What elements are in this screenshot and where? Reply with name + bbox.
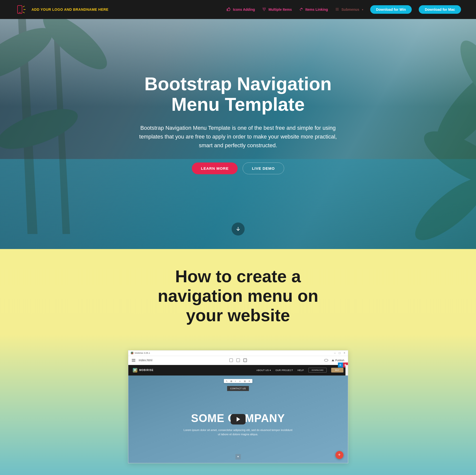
upload-icon [332, 359, 334, 361]
navbar-right: Icons Adding Multiple Items Items Linkin… [226, 5, 461, 14]
preview-scrollbar [345, 365, 348, 376]
app-icon [131, 352, 133, 354]
stage-contact-label: CONTACT US [227, 386, 249, 391]
tablet-preview-icon [236, 358, 240, 362]
play-button[interactable] [231, 414, 246, 424]
nav-link-icons-adding[interactable]: Icons Adding [226, 7, 255, 12]
tool-icon: + [235, 380, 237, 382]
app-version-text: Mobirise 3.05.1 [135, 352, 150, 354]
download-win-button[interactable]: Download for Win [370, 5, 412, 14]
howto-title: How to create a navigation menu on your … [148, 266, 328, 325]
palm-left-decoration [0, 19, 118, 234]
navbar-left: ADD YOUR LOGO AND BRANDNAME HERE [15, 4, 109, 14]
svg-point-17 [417, 121, 476, 197]
svg-point-18 [407, 168, 476, 249]
scroll-down-button[interactable] [232, 222, 245, 236]
tool-icon: ✿ [230, 380, 232, 382]
mobile-preview-icon [229, 358, 233, 362]
tool-icon: ⊞ [244, 380, 246, 382]
svg-point-19 [453, 35, 476, 108]
svg-line-4 [23, 12, 25, 13]
howto-section: How to create a navigation menu on your … [0, 249, 476, 475]
minimize-icon: – [334, 351, 336, 355]
bulb-icon [262, 7, 266, 12]
nav-link-label: Submenus [341, 8, 359, 12]
hero-content: Bootstrap Navigation Menu Template Boots… [123, 74, 353, 174]
mobirise-logo-icon: M [133, 368, 137, 372]
stage-subtitle: Lorem ipsum dolor sit amet, consectetur … [183, 428, 293, 436]
editor-toolbar: index.html Publish [128, 356, 348, 365]
tool-icon: ≡ [239, 380, 241, 382]
list-icon [335, 7, 339, 12]
tool-icon: ✕ [248, 380, 250, 382]
preview-download-button: DOWNLOAD [308, 368, 327, 372]
nav-link-label: Multiple Items [268, 8, 292, 12]
nav-link-label: Items Linking [305, 8, 328, 12]
add-block-fab: + [335, 451, 343, 459]
main-navbar: ADD YOUR LOGO AND BRANDNAME HERE Icons A… [0, 0, 476, 19]
arrow-down-icon [235, 226, 241, 232]
video-thumbnail[interactable]: Mobirise 3.05.1 – □ × index.html [128, 350, 348, 463]
hero-description: Bootstrap Navigation Menu Template is on… [133, 124, 343, 150]
preview-nav-about: ABOUT US ▾ [256, 369, 271, 372]
file-name: index.html [139, 358, 153, 362]
hamburger-icon [132, 359, 135, 362]
device-preview-toggles [229, 358, 247, 362]
publish-button: Publish [332, 359, 344, 362]
preview-stage: ↖ ✿ + ≡ ⊞ ✕ CONTACT US SOME COMPANY Lore… [128, 376, 348, 463]
nav-link-multiple-items[interactable]: Multiple Items [262, 7, 292, 12]
svg-line-2 [23, 6, 25, 7]
preview-nav-help: HELP [297, 369, 304, 372]
element-toolbar: ↖ ✿ + ≡ ⊞ ✕ [224, 379, 252, 383]
stage-scroll-down-icon [235, 454, 241, 460]
maximize-icon: □ [339, 351, 340, 355]
hero-section: Bootstrap Navigation Menu Template Boots… [0, 19, 476, 249]
nav-link-submenus[interactable]: Submenus ▾ [335, 7, 363, 12]
preview-icon [324, 359, 328, 362]
hero-buttons: LEARN MORE LIVE DEMO [133, 162, 343, 174]
svg-line-8 [263, 8, 263, 8]
thumbs-up-icon [226, 7, 231, 12]
svg-point-13 [0, 19, 59, 90]
svg-point-15 [0, 101, 83, 157]
tool-icon: ↖ [226, 380, 228, 382]
svg-point-14 [36, 19, 115, 78]
preview-buy-button: BUY [331, 368, 343, 372]
learn-more-button[interactable]: LEARN MORE [192, 162, 238, 174]
app-titlebar: Mobirise 3.05.1 – □ × [128, 350, 348, 356]
preview-brand: MOBIRISE [139, 369, 154, 372]
nav-link-label: Icons Adding [233, 8, 255, 12]
window-controls: – □ × [334, 351, 345, 355]
desktop-preview-icon [243, 358, 247, 362]
brand-text: ADD YOUR LOGO AND BRANDNAME HERE [32, 8, 109, 12]
svg-line-9 [265, 8, 266, 8]
download-mac-button[interactable]: Download for Mac [419, 5, 461, 14]
preview-nav-project: OUR PROJECT [275, 369, 293, 372]
palm-right-decoration [376, 34, 476, 249]
nav-link-items-linking[interactable]: Items Linking [299, 7, 328, 12]
phone-logo-icon [15, 4, 27, 14]
link-icon [299, 7, 303, 12]
settings-tool-icon: ⚙ [338, 362, 343, 368]
close-icon: × [343, 351, 345, 355]
svg-point-16 [425, 60, 476, 158]
chevron-down-icon: ▾ [362, 8, 363, 11]
preview-navbar: ⚙ 🗑 M MOBIRISE ABOUT US ▾ OUR PROJECT HE… [128, 365, 348, 376]
svg-point-6 [263, 8, 265, 10]
hero-title: Bootstrap Navigation Menu Template [133, 74, 343, 114]
live-demo-button[interactable]: LIVE DEMO [243, 162, 284, 174]
svg-rect-5 [227, 9, 228, 11]
